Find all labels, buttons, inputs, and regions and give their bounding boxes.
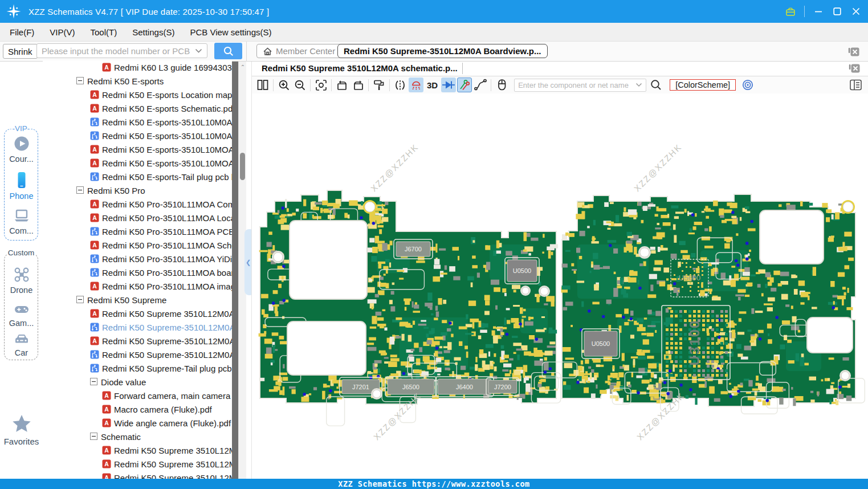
box-select-icon[interactable] [313, 78, 328, 92]
scrollbar-up-arrow[interactable]: ⌃ [239, 64, 247, 70]
tree-item[interactable]: Redmi K50 Pro-3510L11MOA PCB [43, 225, 232, 238]
tree-item[interactable]: Redmi K50 Supreme-Tail plug pcb [43, 361, 232, 375]
tree-item[interactable]: ARedmi K50 E-sports Location map.p [43, 88, 232, 101]
menu-item-vip-v-[interactable]: VIP(V) [50, 27, 75, 37]
side-panel-toggle-icon[interactable] [849, 79, 862, 93]
tab-member-center[interactable]: Member Center [256, 44, 341, 58]
mouse-settings-icon[interactable] [494, 78, 509, 92]
tree-item[interactable]: Redmi K50 E-sports-Tail plug pcb b [43, 170, 232, 184]
tree-item[interactable]: AForward camera, main camera ( [43, 389, 232, 402]
tree-item[interactable]: Redmi K50 Supreme-3510L12M0A [43, 348, 232, 361]
tab-boardview[interactable]: Redmi K50 Supreme-3510L12M0A Boardview.p… [337, 44, 548, 58]
sidebar-item-drone[interactable]: Drone [0, 267, 43, 295]
split-view-icon[interactable] [255, 78, 270, 92]
sidebar-item-course[interactable]: Cour... [0, 136, 43, 164]
tab-schematic[interactable]: Redmi K50 Supreme 3510L12M0A schematic.p… [262, 63, 458, 73]
pcb-component-j6400[interactable]: J6400 [435, 377, 494, 397]
pcb-component-j6700[interactable]: J6700 [394, 239, 433, 259]
search-button[interactable] [214, 43, 242, 59]
minimize-button[interactable] [813, 6, 824, 17]
sidebar-item-computer[interactable]: Com... [0, 209, 43, 235]
tree-item-label: Redmi K50 E-sports-3510L10MOA- [102, 145, 232, 154]
sidebar-item-car[interactable]: Car [0, 331, 43, 357]
tree-item[interactable]: ARedmi K50 Supreme 3510L12M( [43, 457, 232, 471]
net-search-icon[interactable] [649, 78, 663, 92]
tree-item[interactable]: AMacro camera (Fluke).pdf [43, 402, 232, 416]
tree-item[interactable]: ARedmi K50 E-sports-3510L10MOA- [43, 156, 232, 170]
sidebar-item-phone[interactable]: Phone [0, 172, 43, 201]
close-button[interactable] [851, 6, 861, 17]
board-cutout [807, 317, 853, 353]
left-sidebar: -VIP- Custom Cour... Phone Com... [0, 62, 43, 479]
tree-item-label: Schematic [101, 432, 141, 442]
tree-item[interactable]: ARedmi K50 E-sports-3510L10MOA- [43, 142, 232, 156]
color-scheme-button[interactable]: [ColorScheme] [670, 79, 736, 91]
tree-item-label: Redmi K50 Pro-3510L11MOA PCB [102, 227, 232, 237]
three-d-view-button[interactable]: 3D [425, 78, 440, 92]
tree-group[interactable]: Redmi K50 E-sports [43, 74, 232, 88]
paint-roller-icon[interactable] [372, 78, 386, 92]
tree-item[interactable]: Redmi K50 E-sports-3510L10M0A b [43, 129, 232, 142]
pdf-file-icon: A [102, 459, 111, 468]
tree-item-label: Forward camera, main camera ( [114, 391, 232, 401]
menu-item-tool-t-[interactable]: Tool(T) [91, 27, 117, 37]
pcb-viewer-canvas[interactable]: J6700U0500J7201J6500J6400J7200U5600U3100… [252, 93, 868, 479]
zoom-out-icon[interactable] [292, 78, 307, 92]
pcb-component-u0500[interactable]: U0500 [582, 329, 620, 358]
home-icon [263, 47, 272, 56]
tree-item[interactable]: ARedmi K50 E-sports Schematic.pdf [43, 101, 232, 115]
diode-mode-icon[interactable] [441, 78, 456, 92]
pin-probe-icon[interactable] [457, 78, 472, 92]
tree-item[interactable]: ARedmi K50 Supreme 3510L12M( [43, 471, 232, 479]
tree-item[interactable]: ARedmi K50 Supreme 3510L12M0A [43, 307, 232, 320]
zoom-in-icon[interactable] [276, 78, 291, 92]
svg-text:A: A [92, 201, 97, 207]
vip-briefcase-icon[interactable] [785, 6, 796, 17]
component-search-combo[interactable]: Enter the component or net name [514, 79, 646, 92]
rotate-cw-icon[interactable] [351, 78, 365, 92]
eye-visibility-icon[interactable] [740, 78, 755, 92]
tree-group[interactable]: Redmi K50 Supreme [43, 293, 232, 307]
sidebar-item-favorites[interactable]: Favorites [0, 414, 43, 446]
collapse-minus-icon [90, 378, 98, 386]
tree-item[interactable]: ARedmi K60 L3 guide 169943036 [43, 60, 232, 74]
tree-item[interactable]: ARedmi K50 Supreme-3510L12M0A [43, 334, 232, 348]
tree-item[interactable]: ARedmi K50 Pro-3510L11MOA imag [43, 279, 232, 293]
tree-item[interactable]: Redmi K50 Pro-3510L11MOA YiDia [43, 252, 232, 266]
tree-item[interactable]: Redmi K50 Supreme-3510L12M0A [43, 320, 232, 334]
mirror-flip-icon[interactable] [393, 78, 407, 92]
menu-item-settings-s-[interactable]: Settings(S) [132, 27, 174, 37]
tree-group[interactable]: Diode value [43, 375, 232, 389]
tree-group[interactable]: Schematic [43, 430, 232, 443]
model-search-input[interactable]: Please input the model number or PCB [36, 43, 207, 58]
tree-item[interactable]: Redmi K50 Pro-3510L11MOA boar [43, 266, 232, 279]
tree-item[interactable]: AWide angle camera (Fluke).pdf [43, 416, 232, 430]
tree-item[interactable]: ARedmi K50 Pro-3510L11MOA Sche [43, 238, 232, 252]
tree-item-label: Redmi K50 Pro-3510L11MOA YiDia [102, 254, 232, 264]
toolbar-divider [246, 42, 247, 62]
menu-item-file-f-[interactable]: File(F) [10, 27, 34, 37]
shrink-button[interactable]: Shrink [3, 44, 38, 59]
tree-group[interactable]: Redmi K50 Pro [43, 184, 232, 197]
tree-item[interactable]: ARedmi K50 Supreme 3510L12M( [43, 443, 232, 457]
component-ref-label: J7200 [494, 384, 511, 390]
close-tabs-icon[interactable] [848, 46, 861, 59]
pcb-component-u0500[interactable]: U0500 [505, 258, 539, 284]
gamepad-icon [14, 303, 30, 316]
maximize-button[interactable] [832, 6, 842, 17]
trace-curve-icon[interactable] [473, 78, 488, 92]
lamp-highlight-icon[interactable] [409, 78, 423, 92]
rotate-ccw-icon[interactable] [335, 78, 349, 92]
tree-item[interactable]: ARedmi K50 Pro-3510L11MOA Loca [43, 211, 232, 225]
pcb-component-j7200[interactable]: J7200 [486, 378, 519, 396]
pdf-file-icon: A [102, 63, 111, 72]
tree-splitter-bar[interactable] [232, 62, 238, 479]
menu-item-pcb-view-settings-s-[interactable]: PCB View settings(S) [190, 27, 271, 37]
tree-item[interactable]: ARedmi K50 Pro-3510L11MOA Com [43, 197, 232, 211]
close-doc-tabs-icon[interactable] [849, 63, 861, 75]
pdf-file-icon: A [90, 104, 99, 113]
tree-item[interactable]: Redmi K50 E-sports-3510L10M0A P [43, 115, 232, 129]
scrollbar-thumb[interactable] [240, 153, 245, 180]
pcb-component-j6500[interactable]: J6500 [385, 377, 437, 397]
sidebar-item-game[interactable]: Gam... [0, 303, 43, 328]
